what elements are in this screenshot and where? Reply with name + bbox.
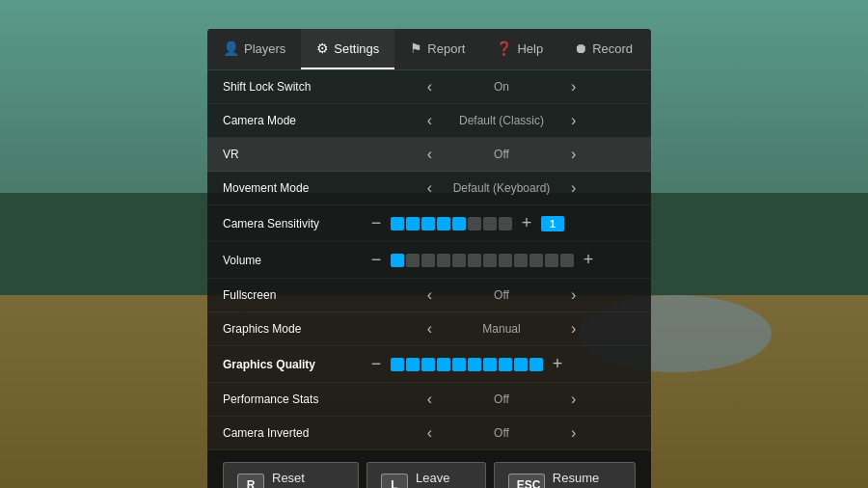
tab-help[interactable]: ❓ Help [480, 29, 558, 69]
settings-icon: ⚙ [316, 41, 329, 56]
vol-bar-4 [437, 254, 450, 267]
label-camera-inverted: Camera Inverted [223, 426, 367, 440]
bar-5 [452, 217, 466, 230]
control-vr: ‹ Off › [367, 146, 636, 163]
reset-label: Reset Character [272, 471, 344, 488]
vr-left[interactable]: ‹ [423, 146, 436, 163]
resume-key: ESC [508, 474, 545, 488]
vol-bar-6 [468, 254, 481, 267]
gfx-bar-6 [468, 358, 481, 371]
sensitivity-minus[interactable]: − [367, 213, 385, 233]
row-fullscreen: Fullscreen ‹ Off › [207, 279, 651, 312]
tab-settings[interactable]: ⚙ Settings [301, 29, 394, 69]
tab-record[interactable]: ⏺ Record [558, 29, 648, 69]
fullscreen-right[interactable]: › [567, 286, 580, 304]
control-shift-lock: ‹ On › [367, 78, 636, 95]
row-vr: VR ‹ Off › [207, 138, 651, 172]
value-movement-mode: Default (Keyboard) [444, 181, 559, 195]
tab-bar: 👤 Players ⚙ Settings ⚑ Report ❓ Help ⏺ R… [207, 29, 651, 70]
label-movement-mode: Movement Mode [223, 181, 367, 195]
row-movement-mode: Movement Mode ‹ Default (Keyboard) › [207, 172, 651, 205]
vol-bar-11 [545, 254, 558, 267]
label-performance-stats: Performance Stats [223, 393, 367, 406]
resume-label: Resume Game [553, 471, 621, 488]
row-camera-mode: Camera Mode ‹ Default (Classic) › [207, 104, 651, 138]
bar-6 [468, 217, 481, 230]
row-graphics-quality: Graphics Quality − + [207, 346, 651, 383]
players-icon: 👤 [223, 41, 239, 56]
volume-minus[interactable]: − [367, 250, 385, 270]
cam-inv-right[interactable]: › [567, 424, 580, 442]
settings-list: Shift Lock Switch ‹ On › Camera Mode ‹ D… [207, 70, 651, 450]
control-movement-mode: ‹ Default (Keyboard) › [367, 179, 636, 197]
shift-lock-left[interactable]: ‹ [423, 78, 436, 95]
perf-left[interactable]: ‹ [423, 391, 436, 408]
gfx-bar-5 [452, 358, 466, 371]
reset-button[interactable]: R Reset Character [223, 462, 359, 488]
row-volume: Volume − + [207, 242, 651, 279]
vr-right[interactable]: › [567, 146, 580, 163]
perf-right[interactable]: › [567, 391, 580, 408]
value-camera-mode: Default (Classic) [444, 114, 559, 127]
row-graphics-mode: Graphics Mode ‹ Manual › [207, 312, 651, 346]
graphics-mode-right[interactable]: › [567, 320, 580, 338]
sensitivity-bars [391, 217, 512, 230]
control-performance-stats: ‹ Off › [367, 391, 636, 408]
cam-inv-left[interactable]: ‹ [423, 424, 436, 442]
sensitivity-value: 1 [541, 216, 564, 231]
vol-bar-1 [391, 254, 404, 267]
gfx-plus[interactable]: + [549, 354, 566, 374]
value-fullscreen: Off [444, 288, 559, 302]
row-performance-stats: Performance Stats ‹ Off › [207, 383, 651, 417]
label-volume: Volume [223, 254, 367, 267]
label-camera-sensitivity: Camera Sensitivity [223, 217, 367, 230]
vol-bar-5 [452, 254, 466, 267]
tab-settings-label: Settings [334, 41, 379, 56]
vol-bar-12 [560, 254, 574, 267]
sensitivity-plus[interactable]: + [518, 213, 535, 233]
bar-3 [421, 217, 435, 230]
tab-players[interactable]: 👤 Players [207, 29, 301, 69]
bar-1 [391, 217, 404, 230]
record-icon: ⏺ [574, 41, 587, 56]
camera-mode-left[interactable]: ‹ [423, 112, 436, 129]
gfx-bar-2 [406, 358, 420, 371]
row-camera-sensitivity: Camera Sensitivity − + 1 [207, 205, 651, 242]
resume-button[interactable]: ESC Resume Game [494, 462, 636, 488]
control-volume: − + [367, 250, 636, 270]
leave-label: Leave Game [416, 471, 472, 488]
leave-key: L [381, 474, 408, 488]
help-icon: ❓ [496, 41, 512, 56]
bar-8 [499, 217, 512, 230]
row-camera-inverted: Camera Inverted ‹ Off › [207, 417, 651, 450]
settings-panel: 👤 Players ⚙ Settings ⚑ Report ❓ Help ⏺ R… [207, 29, 651, 488]
graphics-mode-left[interactable]: ‹ [423, 320, 436, 338]
movement-right[interactable]: › [567, 179, 580, 197]
reset-key: R [237, 474, 264, 488]
value-vr: Off [444, 148, 559, 161]
gfx-minus[interactable]: − [367, 354, 385, 374]
control-camera-sensitivity: − + 1 [367, 213, 636, 233]
value-graphics-mode: Manual [444, 322, 559, 336]
gfx-bar-3 [421, 358, 435, 371]
leave-button[interactable]: L Leave Game [366, 462, 486, 488]
tab-players-label: Players [244, 41, 285, 56]
vol-bar-10 [529, 254, 543, 267]
bar-4 [437, 217, 450, 230]
vol-bar-9 [514, 254, 528, 267]
fullscreen-left[interactable]: ‹ [423, 286, 436, 304]
report-icon: ⚑ [410, 41, 422, 56]
control-graphics-quality: − + [367, 354, 636, 374]
label-shift-lock: Shift Lock Switch [223, 80, 367, 94]
value-performance-stats: Off [444, 393, 559, 406]
row-shift-lock: Shift Lock Switch ‹ On › [207, 70, 651, 104]
camera-mode-right[interactable]: › [567, 112, 580, 129]
shift-lock-right[interactable]: › [567, 78, 580, 95]
volume-plus[interactable]: + [580, 250, 597, 270]
tab-record-label: Record [592, 41, 633, 56]
value-shift-lock: On [444, 80, 559, 94]
tab-report[interactable]: ⚑ Report [394, 29, 480, 69]
movement-left[interactable]: ‹ [423, 179, 436, 197]
vol-bar-2 [406, 254, 420, 267]
control-camera-mode: ‹ Default (Classic) › [367, 112, 636, 129]
